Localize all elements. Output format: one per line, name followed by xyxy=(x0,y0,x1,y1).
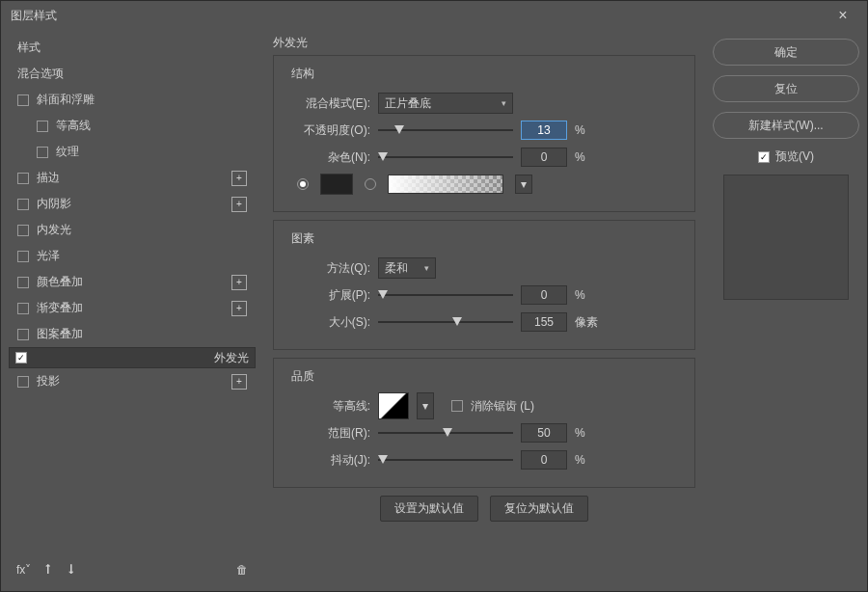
blend-mode-select[interactable]: 正片叠底▾ xyxy=(378,93,513,114)
gradient-preview[interactable] xyxy=(388,175,503,194)
add-icon[interactable]: + xyxy=(231,275,247,290)
method-label: 方法(Q): xyxy=(287,260,370,277)
gradient-radio[interactable] xyxy=(365,178,376,190)
range-input[interactable]: 50 xyxy=(521,423,567,443)
checkbox[interactable] xyxy=(17,277,29,288)
add-icon[interactable]: + xyxy=(231,374,247,390)
add-icon[interactable]: + xyxy=(231,171,247,186)
titlebar: 图层样式 × xyxy=(1,1,867,30)
jitter-label: 抖动(J): xyxy=(287,452,370,469)
chevron-down-icon: ▾ xyxy=(521,177,527,191)
noise-label: 杂色(N): xyxy=(287,149,370,166)
checkbox[interactable] xyxy=(15,352,27,363)
size-input[interactable]: 155 xyxy=(521,312,567,332)
contour-picker[interactable] xyxy=(378,392,409,419)
noise-slider[interactable] xyxy=(378,150,513,164)
structure-group: 结构 混合模式(E): 正片叠底▾ 不透明度(O): 13 % 杂色(N): 0… xyxy=(273,55,695,212)
contour-dropdown[interactable]: ▾ xyxy=(417,392,434,419)
antialias-label: 消除锯齿 (L) xyxy=(471,398,534,415)
jitter-slider[interactable] xyxy=(378,453,513,467)
jitter-input[interactable]: 0 xyxy=(521,450,567,470)
size-slider[interactable] xyxy=(378,315,513,329)
checkbox[interactable] xyxy=(17,303,29,314)
opacity-slider[interactable] xyxy=(378,123,513,137)
checkbox[interactable] xyxy=(17,94,29,106)
style-color-overlay[interactable]: 颜色叠加+ xyxy=(9,269,256,295)
styles-header[interactable]: 样式 xyxy=(9,35,256,61)
cancel-button[interactable]: 复位 xyxy=(713,75,859,102)
chevron-down-icon: ▾ xyxy=(502,98,506,108)
style-drop-shadow[interactable]: 投影+ xyxy=(9,368,256,394)
blend-options[interactable]: 混合选项 xyxy=(9,61,256,87)
elements-group: 图素 方法(Q): 柔和▾ 扩展(P): 0 % 大小(S): 155 像素 xyxy=(273,220,695,350)
contour-label: 等高线: xyxy=(287,398,370,415)
blend-mode-label: 混合模式(E): xyxy=(287,95,370,112)
size-label: 大小(S): xyxy=(287,314,370,331)
method-select[interactable]: 柔和▾ xyxy=(378,257,436,279)
checkbox[interactable] xyxy=(17,329,29,340)
trash-icon[interactable]: 🗑 xyxy=(236,563,248,577)
checkbox[interactable] xyxy=(17,376,29,388)
checkbox[interactable] xyxy=(17,251,29,262)
range-slider[interactable] xyxy=(378,426,513,440)
style-satin[interactable]: 光泽 xyxy=(9,243,256,269)
down-icon[interactable]: 🠗 xyxy=(66,563,77,577)
antialias-checkbox[interactable] xyxy=(451,400,463,412)
color-swatch[interactable] xyxy=(320,174,353,195)
preview-label: 预览(V) xyxy=(775,148,814,165)
chevron-down-icon: ▾ xyxy=(424,263,429,273)
gradient-dropdown[interactable]: ▾ xyxy=(515,175,532,194)
preview-thumbnail xyxy=(723,175,849,300)
close-icon[interactable]: × xyxy=(828,1,857,30)
style-bevel[interactable]: 斜面和浮雕 xyxy=(9,87,256,113)
style-contour[interactable]: 等高线 xyxy=(9,113,256,139)
color-radio[interactable] xyxy=(297,178,309,190)
style-stroke[interactable]: 描边+ xyxy=(9,165,256,191)
add-icon[interactable]: + xyxy=(231,301,247,316)
style-grad-overlay[interactable]: 渐变叠加+ xyxy=(9,295,256,321)
reset-default-button[interactable]: 复位为默认值 xyxy=(490,496,588,522)
style-pattern-overlay[interactable]: 图案叠加 xyxy=(9,321,256,347)
opacity-input[interactable]: 13 xyxy=(521,121,567,140)
add-icon[interactable]: + xyxy=(231,197,247,212)
spread-label: 扩展(P): xyxy=(287,287,370,304)
quality-group: 品质 等高线: ▾ 消除锯齿 (L) 范围(R): 50 % 抖动(J): xyxy=(273,358,695,488)
style-texture[interactable]: 纹理 xyxy=(9,139,256,165)
window-title: 图层样式 xyxy=(11,8,57,24)
opacity-label: 不透明度(O): xyxy=(287,122,370,139)
styles-sidebar: 样式 混合选项 斜面和浮雕 等高线 纹理 描边+ 内阴影+ 内发光 光泽 颜色叠… xyxy=(9,35,256,584)
checkbox[interactable] xyxy=(17,199,29,210)
new-style-button[interactable]: 新建样式(W)... xyxy=(713,112,859,139)
set-default-button[interactable]: 设置为默认值 xyxy=(380,496,478,522)
style-outer-glow[interactable]: 外发光 xyxy=(9,347,256,368)
ok-button[interactable]: 确定 xyxy=(713,39,859,66)
checkbox[interactable] xyxy=(37,121,48,132)
checkbox[interactable] xyxy=(37,147,48,158)
style-inner-shadow[interactable]: 内阴影+ xyxy=(9,191,256,217)
checkbox[interactable] xyxy=(17,225,29,236)
fx-icon[interactable]: fx˅ xyxy=(16,563,31,577)
right-panel: 确定 复位 新建样式(W)... ✓ 预览(V) xyxy=(713,35,859,584)
up-icon[interactable]: 🠕 xyxy=(42,563,54,577)
noise-input[interactable]: 0 xyxy=(521,148,567,167)
spread-slider[interactable] xyxy=(378,288,513,302)
range-label: 范围(R): xyxy=(287,425,370,442)
spread-input[interactable]: 0 xyxy=(521,285,567,305)
settings-panel: 外发光 结构 混合模式(E): 正片叠底▾ 不透明度(O): 13 % 杂色(N… xyxy=(267,35,701,584)
style-inner-glow[interactable]: 内发光 xyxy=(9,217,256,243)
preview-checkbox[interactable]: ✓ xyxy=(758,151,770,163)
chevron-down-icon: ▾ xyxy=(422,399,428,413)
checkbox[interactable] xyxy=(17,173,29,184)
panel-title: 外发光 xyxy=(273,35,695,51)
